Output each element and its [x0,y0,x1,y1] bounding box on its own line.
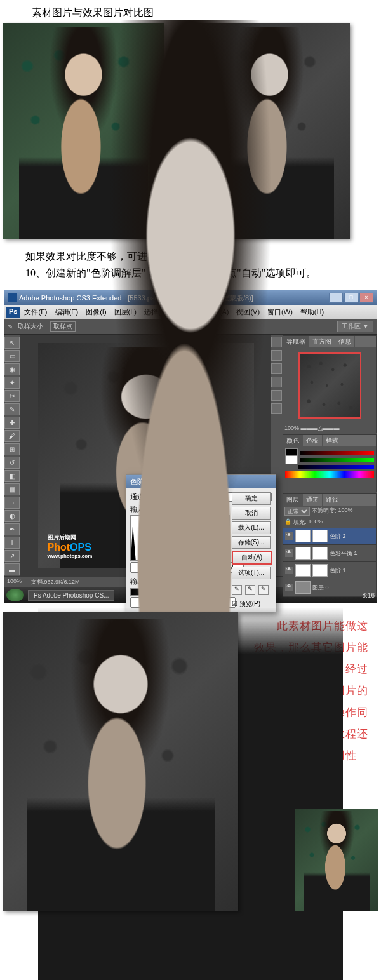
eraser-tool[interactable]: ◧ [4,470,20,482]
app-logo[interactable]: Ps [6,307,20,318]
blur-tool[interactable]: ○ [4,497,20,509]
start-button[interactable] [6,589,24,601]
shape-tool[interactable]: ▬ [4,563,20,575]
close-button[interactable]: × [359,293,373,303]
navigator-panel: 导航器 直方图 信息 100% ▬▬▬△▬▬▬ [283,335,377,433]
heal-tool[interactable]: ✚ [4,417,20,429]
comparison-title: 素材图片与效果图片对比图 [32,6,381,20]
marquee-tool[interactable]: ▭ [4,350,20,362]
eyedropper-icon[interactable]: ✎ [8,323,13,330]
move-tool[interactable]: ↖ [4,337,20,349]
final-result-image [3,612,238,911]
lasso-tool[interactable]: ◉ [4,363,20,375]
panels-column: 导航器 直方图 信息 100% ▬▬▬△▬▬▬ 颜色 色板 样式 [282,335,377,576]
history-brush-tool[interactable]: ↺ [4,457,20,469]
type-tool[interactable]: T [4,537,20,549]
pen-tool[interactable]: ✒ [4,523,20,535]
photoshop-window: Adobe Photoshop CS3 Extended - [5533.psd… [4,290,377,603]
dodge-tool[interactable]: ◐ [4,510,20,522]
system-time[interactable]: 8:16 [363,592,375,599]
brush-tool[interactable]: 🖌 [4,430,20,442]
app-icon [8,293,17,302]
source-thumbnail [295,809,378,911]
eyedropper-tool[interactable]: ✎ [4,403,20,415]
crop-tool[interactable]: ✂ [4,390,20,402]
stamp-tool[interactable]: ⊞ [4,443,20,455]
tools-panel: ↖ ▭ ◉ ✦ ✂ ✎ ✚ 🖌 ⊞ ↺ ◧ ▦ ○ ◐ ✒ T ↗ ▬ [4,335,21,576]
path-tool[interactable]: ↗ [4,550,20,562]
zoom-status[interactable]: 100% [7,578,22,586]
navigator-thumbnail[interactable] [298,352,361,419]
wand-tool[interactable]: ✦ [4,377,20,389]
maximize-button[interactable]: □ [344,293,358,303]
gradient-tool[interactable]: ▦ [4,483,20,495]
